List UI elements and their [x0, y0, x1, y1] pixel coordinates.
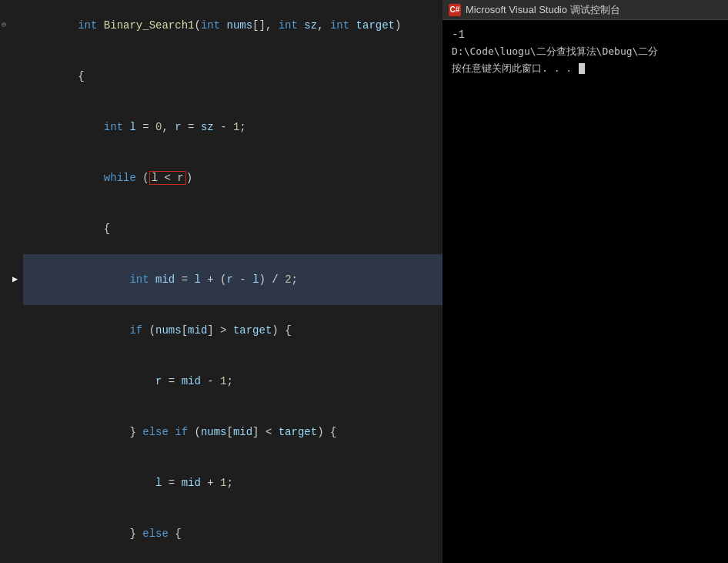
code-text: } [78, 528, 142, 540]
code-line: { [0, 51, 442, 102]
line-5-content: { [23, 203, 442, 254]
code-text: ( [142, 324, 155, 337]
keyword-else: else [142, 426, 169, 438]
code-line: return mid; [0, 559, 442, 563]
code-text: + ( [201, 273, 227, 286]
line-11-content: } else { [23, 508, 442, 559]
var-mid: mid [155, 273, 175, 286]
gutter-8 [0, 356, 23, 407]
code-text: - [233, 273, 252, 286]
gutter-11 [0, 508, 23, 559]
num-1b: 1 [220, 375, 226, 387]
code-text: ) [186, 172, 192, 184]
keyword-else2: else [142, 528, 169, 540]
code-area: ⊖ int Binary_Search1(int nums[], int sz,… [0, 0, 442, 563]
code-line-highlighted: ▶ int mid = l + (r - l) / 2; [0, 254, 442, 305]
keyword-if: if [129, 324, 142, 337]
gutter-1: ⊖ [0, 0, 23, 51]
console-path: D:\Code\luogu\二分查找算法\Debug\二分 [452, 45, 658, 57]
cursor [579, 63, 585, 74]
code-text [78, 172, 104, 184]
code-line: r = mid - 1; [0, 356, 442, 407]
keyword-int: int [104, 121, 123, 133]
code-text: [], [252, 19, 279, 32]
code-text: = [162, 477, 181, 489]
code-text: ( [188, 426, 201, 438]
code-text: [ [226, 426, 232, 438]
var-sz: sz [304, 19, 317, 32]
var-target2: target [233, 324, 272, 337]
console-close-msg: 按任意键关闭此窗口. . . [452, 62, 572, 74]
num-2: 2 [285, 273, 291, 286]
code-text: = [162, 375, 181, 387]
code-line: while (l < r) [0, 152, 442, 203]
fn-name: Binary_Search1 [104, 19, 195, 32]
var-l: l [129, 121, 135, 133]
code-text: [ [182, 324, 188, 337]
code-text: ) [395, 19, 401, 32]
code-text: ) / [259, 273, 286, 286]
collapse-icon-1[interactable]: ⊖ [2, 17, 6, 34]
code-line: if (nums[mid] > target) { [0, 305, 442, 356]
keyword-while: while [104, 172, 136, 184]
line-1-content: int Binary_Search1(int nums[], int sz, i… [23, 0, 442, 51]
code-text [78, 121, 104, 133]
gutter-9 [0, 407, 23, 457]
console-output-1: -1 [452, 26, 719, 43]
code-text: ; [292, 273, 298, 286]
keyword-int: int [330, 19, 349, 32]
line-4-content: while (l < r) [23, 152, 442, 203]
var-r2: r [227, 273, 233, 286]
code-text: = [175, 273, 194, 286]
code-text: ; [227, 375, 233, 387]
line-2-content: { [23, 51, 442, 102]
code-text [220, 19, 226, 32]
code-text: ( [194, 19, 200, 32]
line-10-content: l = mid + 1; [23, 457, 442, 508]
code-text [97, 19, 103, 32]
code-text [349, 19, 356, 32]
line-8-content: r = mid - 1; [23, 356, 442, 407]
highlight-condition: l < r [149, 171, 186, 185]
code-text: { [169, 528, 182, 540]
code-text: ) { [272, 324, 291, 337]
keyword-int: int [78, 19, 97, 32]
line-12-content: return mid; [23, 559, 442, 563]
code-text: - [201, 375, 220, 387]
code-text [78, 324, 129, 337]
code-text [169, 426, 175, 438]
code-text: = [182, 121, 201, 133]
gutter-4 [0, 152, 23, 203]
code-text: ] > [207, 324, 233, 337]
keyword-int: int [201, 19, 220, 32]
code-line: } else if (nums[mid] < target) { [0, 407, 442, 457]
num-1c: 1 [220, 477, 226, 489]
code-line: int l = 0, r = sz - 1; [0, 102, 442, 152]
var-l2: l [195, 273, 201, 286]
var-nums2: nums [155, 324, 182, 337]
vs-icon-text: C# [450, 5, 460, 14]
console-header: C# Microsoft Visual Studio 调试控制台 [442, 0, 728, 20]
var-target: target [356, 19, 395, 32]
var-mid3: mid [182, 375, 201, 387]
code-text: + [201, 477, 220, 489]
code-text: ; [239, 121, 245, 133]
code-text [78, 273, 129, 286]
gutter-6: ▶ [0, 254, 23, 305]
gutter-12 [0, 559, 23, 563]
var-target3: target [279, 426, 317, 438]
gutter-5 [0, 203, 23, 254]
code-editor: ⊖ int Binary_Search1(int nums[], int sz,… [0, 0, 442, 563]
line-9-content: } else if (nums[mid] < target) { [23, 407, 442, 457]
console-body: -1 D:\Code\luogu\二分查找算法\Debug\二分 按任意键关闭此… [442, 20, 728, 563]
code-text [78, 477, 155, 489]
code-text: , [162, 121, 175, 133]
var-mid2: mid [188, 324, 207, 337]
keyword-int: int [279, 19, 298, 32]
code-text: ; [227, 477, 233, 489]
code-line: { [0, 203, 442, 254]
keyword-if2: if [175, 426, 188, 438]
line-3-content: int l = 0, r = sz - 1; [23, 102, 442, 152]
code-text: } [78, 426, 142, 438]
var-mid4: mid [233, 426, 252, 438]
